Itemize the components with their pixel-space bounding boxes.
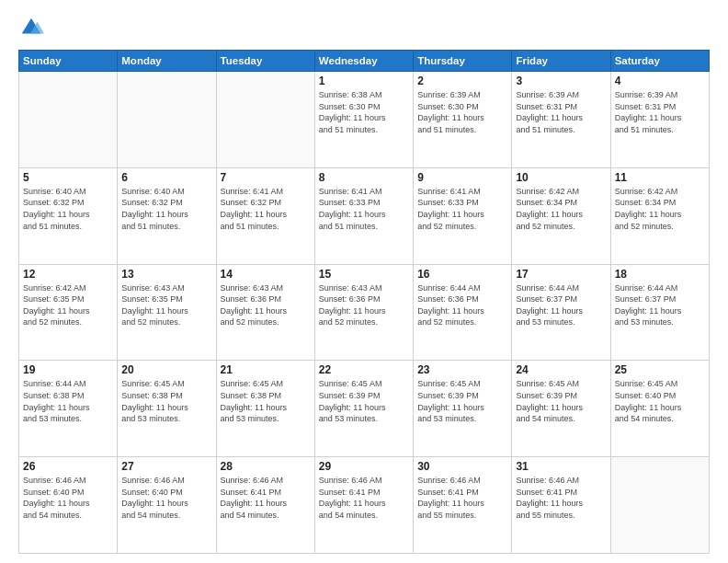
day-number: 13 (121, 268, 211, 281)
week-row-5: 26Sunrise: 6:46 AM Sunset: 6:40 PM Dayli… (19, 457, 710, 554)
calendar-cell: 23Sunrise: 6:45 AM Sunset: 6:39 PM Dayli… (414, 361, 512, 457)
day-info: Sunrise: 6:45 AM Sunset: 6:39 PM Dayligh… (319, 378, 409, 424)
calendar-cell: 17Sunrise: 6:44 AM Sunset: 6:37 PM Dayli… (512, 264, 610, 361)
weekday-header-friday: Friday (512, 51, 610, 72)
day-info: Sunrise: 6:45 AM Sunset: 6:39 PM Dayligh… (516, 378, 606, 424)
calendar-cell: 14Sunrise: 6:43 AM Sunset: 6:36 PM Dayli… (216, 264, 314, 361)
day-number: 16 (417, 268, 507, 281)
weekday-header-tuesday: Tuesday (216, 51, 314, 72)
calendar-cell: 7Sunrise: 6:41 AM Sunset: 6:32 PM Daylig… (216, 167, 314, 264)
calendar-cell: 2Sunrise: 6:39 AM Sunset: 6:30 PM Daylig… (414, 72, 512, 168)
calendar-cell: 25Sunrise: 6:45 AM Sunset: 6:40 PM Dayli… (610, 361, 709, 457)
day-number: 11 (615, 171, 705, 184)
day-info: Sunrise: 6:42 AM Sunset: 6:34 PM Dayligh… (615, 186, 705, 232)
weekday-header-monday: Monday (118, 51, 216, 72)
calendar-cell: 10Sunrise: 6:42 AM Sunset: 6:34 PM Dayli… (512, 167, 610, 264)
calendar-cell: 3Sunrise: 6:39 AM Sunset: 6:31 PM Daylig… (512, 72, 610, 168)
day-info: Sunrise: 6:39 AM Sunset: 6:30 PM Dayligh… (417, 89, 507, 135)
day-info: Sunrise: 6:41 AM Sunset: 6:32 PM Dayligh… (221, 186, 311, 232)
page-header (18, 15, 710, 40)
calendar-cell: 18Sunrise: 6:44 AM Sunset: 6:37 PM Dayli… (610, 264, 709, 361)
day-number: 24 (516, 363, 606, 376)
day-info: Sunrise: 6:42 AM Sunset: 6:34 PM Dayligh… (516, 186, 606, 232)
calendar-cell (610, 457, 709, 554)
logo (18, 15, 48, 40)
day-info: Sunrise: 6:43 AM Sunset: 6:35 PM Dayligh… (121, 282, 211, 328)
day-info: Sunrise: 6:43 AM Sunset: 6:36 PM Dayligh… (319, 282, 409, 328)
calendar-cell: 5Sunrise: 6:40 AM Sunset: 6:32 PM Daylig… (19, 167, 118, 264)
day-info: Sunrise: 6:40 AM Sunset: 6:32 PM Dayligh… (23, 186, 113, 232)
calendar-cell: 21Sunrise: 6:45 AM Sunset: 6:38 PM Dayli… (216, 361, 314, 457)
weekday-header-wednesday: Wednesday (314, 51, 413, 72)
calendar-cell: 4Sunrise: 6:39 AM Sunset: 6:31 PM Daylig… (610, 72, 709, 168)
calendar-cell: 8Sunrise: 6:41 AM Sunset: 6:33 PM Daylig… (314, 167, 413, 264)
day-number: 10 (516, 171, 606, 184)
day-number: 18 (615, 268, 705, 281)
calendar-cell: 19Sunrise: 6:44 AM Sunset: 6:38 PM Dayli… (19, 361, 118, 457)
week-row-3: 12Sunrise: 6:42 AM Sunset: 6:35 PM Dayli… (19, 264, 710, 361)
day-number: 22 (319, 363, 409, 376)
day-number: 2 (417, 75, 507, 87)
calendar-cell: 31Sunrise: 6:46 AM Sunset: 6:41 PM Dayli… (512, 457, 610, 554)
day-info: Sunrise: 6:46 AM Sunset: 6:40 PM Dayligh… (23, 475, 113, 521)
day-number: 1 (319, 75, 409, 87)
day-number: 7 (221, 171, 311, 184)
calendar-cell: 6Sunrise: 6:40 AM Sunset: 6:32 PM Daylig… (118, 167, 216, 264)
week-row-4: 19Sunrise: 6:44 AM Sunset: 6:38 PM Dayli… (19, 361, 710, 457)
calendar-cell: 20Sunrise: 6:45 AM Sunset: 6:38 PM Dayli… (118, 361, 216, 457)
day-info: Sunrise: 6:46 AM Sunset: 6:41 PM Dayligh… (516, 475, 606, 521)
day-info: Sunrise: 6:45 AM Sunset: 6:38 PM Dayligh… (221, 378, 311, 424)
day-number: 29 (319, 460, 409, 473)
weekday-header-row: SundayMondayTuesdayWednesdayThursdayFrid… (19, 51, 710, 72)
week-row-2: 5Sunrise: 6:40 AM Sunset: 6:32 PM Daylig… (19, 167, 710, 264)
logo-icon (18, 15, 44, 40)
day-number: 21 (221, 363, 311, 376)
day-info: Sunrise: 6:46 AM Sunset: 6:41 PM Dayligh… (319, 475, 409, 521)
day-number: 17 (516, 268, 606, 281)
day-info: Sunrise: 6:45 AM Sunset: 6:39 PM Dayligh… (417, 378, 507, 424)
calendar-cell: 22Sunrise: 6:45 AM Sunset: 6:39 PM Dayli… (314, 361, 413, 457)
day-info: Sunrise: 6:44 AM Sunset: 6:37 PM Dayligh… (516, 282, 606, 328)
weekday-header-saturday: Saturday (610, 51, 709, 72)
weekday-header-thursday: Thursday (414, 51, 512, 72)
calendar-cell (19, 72, 118, 168)
calendar-cell: 28Sunrise: 6:46 AM Sunset: 6:41 PM Dayli… (216, 457, 314, 554)
day-number: 4 (615, 75, 705, 87)
day-number: 6 (121, 171, 211, 184)
calendar-cell: 26Sunrise: 6:46 AM Sunset: 6:40 PM Dayli… (19, 457, 118, 554)
day-number: 25 (615, 363, 705, 376)
week-row-1: 1Sunrise: 6:38 AM Sunset: 6:30 PM Daylig… (19, 72, 710, 168)
day-number: 20 (121, 363, 211, 376)
calendar-cell: 1Sunrise: 6:38 AM Sunset: 6:30 PM Daylig… (314, 72, 413, 168)
day-info: Sunrise: 6:41 AM Sunset: 6:33 PM Dayligh… (319, 186, 409, 232)
calendar-cell: 13Sunrise: 6:43 AM Sunset: 6:35 PM Dayli… (118, 264, 216, 361)
day-info: Sunrise: 6:44 AM Sunset: 6:37 PM Dayligh… (615, 282, 705, 328)
day-number: 23 (417, 363, 507, 376)
day-number: 14 (221, 268, 311, 281)
calendar-cell: 30Sunrise: 6:46 AM Sunset: 6:41 PM Dayli… (414, 457, 512, 554)
day-info: Sunrise: 6:44 AM Sunset: 6:36 PM Dayligh… (417, 282, 507, 328)
calendar-cell: 11Sunrise: 6:42 AM Sunset: 6:34 PM Dayli… (610, 167, 709, 264)
calendar-cell (118, 72, 216, 168)
calendar-cell: 12Sunrise: 6:42 AM Sunset: 6:35 PM Dayli… (19, 264, 118, 361)
day-info: Sunrise: 6:41 AM Sunset: 6:33 PM Dayligh… (417, 186, 507, 232)
calendar-cell: 16Sunrise: 6:44 AM Sunset: 6:36 PM Dayli… (414, 264, 512, 361)
day-number: 12 (23, 268, 113, 281)
calendar-cell: 24Sunrise: 6:45 AM Sunset: 6:39 PM Dayli… (512, 361, 610, 457)
day-info: Sunrise: 6:39 AM Sunset: 6:31 PM Dayligh… (615, 89, 705, 135)
day-info: Sunrise: 6:43 AM Sunset: 6:36 PM Dayligh… (221, 282, 311, 328)
day-number: 9 (417, 171, 507, 184)
day-info: Sunrise: 6:45 AM Sunset: 6:38 PM Dayligh… (121, 378, 211, 424)
day-number: 28 (221, 460, 311, 473)
calendar-cell: 27Sunrise: 6:46 AM Sunset: 6:40 PM Dayli… (118, 457, 216, 554)
calendar-cell (216, 72, 314, 168)
day-info: Sunrise: 6:38 AM Sunset: 6:30 PM Dayligh… (319, 89, 409, 135)
day-number: 8 (319, 171, 409, 184)
calendar-table: SundayMondayTuesdayWednesdayThursdayFrid… (18, 50, 710, 554)
day-number: 27 (121, 460, 211, 473)
day-number: 15 (319, 268, 409, 281)
day-number: 26 (23, 460, 113, 473)
calendar-cell: 9Sunrise: 6:41 AM Sunset: 6:33 PM Daylig… (414, 167, 512, 264)
day-info: Sunrise: 6:42 AM Sunset: 6:35 PM Dayligh… (23, 282, 113, 328)
day-number: 31 (516, 460, 606, 473)
